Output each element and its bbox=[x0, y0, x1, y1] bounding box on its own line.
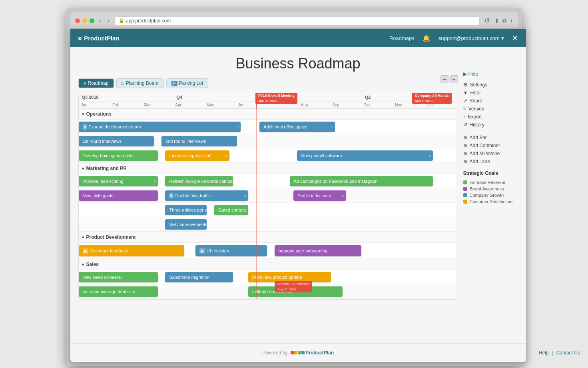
address-bar[interactable]: 🔒 app.productplan.com bbox=[114, 16, 480, 25]
month-may: May bbox=[204, 102, 236, 108]
ad-campaigns-bar[interactable]: Ad campaigns on Facebook and Instagram bbox=[290, 176, 433, 186]
add-lane-icon: ⊕ bbox=[463, 159, 467, 164]
goal-brand-dot bbox=[463, 187, 467, 191]
salesforce-label: Salesforce migration bbox=[169, 275, 209, 280]
allhands-milestone: Company All HandsNov 1, 2018 bbox=[412, 93, 452, 104]
forward-button[interactable]: › bbox=[106, 16, 111, 25]
avg-deal-label: Increase average deal size bbox=[83, 289, 135, 294]
style-guide-bar[interactable]: New style guide bbox=[79, 190, 158, 201]
zoom-out-button[interactable]: − bbox=[441, 75, 448, 83]
tab-roadmap-icon: ≡ bbox=[84, 80, 86, 86]
maximize-dot[interactable] bbox=[90, 18, 94, 23]
share-browser-button[interactable]: ⬆ bbox=[494, 18, 499, 24]
roadmaps-link[interactable]: Roadmaps bbox=[389, 35, 415, 41]
filter-item[interactable]: ▼ Filter bbox=[463, 89, 521, 97]
table-row: ▾ Expand development team ≡ Additional o… bbox=[79, 120, 456, 134]
bar-menu-icon: ≡ bbox=[225, 154, 228, 158]
goal-satisfaction: Customer Satisfaction bbox=[463, 198, 521, 205]
support-staff-bar[interactable]: Increase support staff ≡ bbox=[165, 150, 229, 161]
footer: Powered by ProductPlan Help | Contact Us bbox=[70, 343, 526, 362]
share-item[interactable]: ↗ Share bbox=[463, 97, 521, 105]
marketing-lane: ▾ Marketing and PR Improve lead scoring … bbox=[79, 163, 456, 232]
app-window: ≡ ProductPlan Roadmaps 🔔 support@product… bbox=[70, 29, 526, 362]
version-label: Version bbox=[468, 106, 484, 112]
add-tab-button[interactable]: + bbox=[510, 18, 513, 24]
brand-logo: ≡ ProductPlan bbox=[78, 35, 120, 42]
user-onboarding-bar[interactable]: Improve user onboarding bbox=[275, 245, 361, 256]
user-email: support@productplan.com bbox=[439, 35, 500, 41]
product-header[interactable]: ▾ Product Development bbox=[79, 232, 456, 243]
user-menu[interactable]: support@productplan.com ▾ bbox=[439, 35, 504, 41]
lead-scoring-bar[interactable]: Improve lead scoring ≡ bbox=[79, 176, 158, 186]
add-milestone-item[interactable]: ⊕ Add Milestone bbox=[463, 150, 521, 158]
lead-scoring-label: Improve lead scoring bbox=[83, 179, 124, 184]
payroll-bar[interactable]: New payroll software ≡ bbox=[297, 150, 433, 161]
blog-traffic-bar[interactable]: ▾ Double blog traffic ≡ bbox=[165, 190, 248, 201]
avg-deal-bar[interactable]: Increase average deal size bbox=[79, 286, 158, 297]
add-bar-icon: ⊕ bbox=[463, 135, 467, 140]
brand-color-blue bbox=[301, 351, 305, 354]
kickoff-milestone: FY18 Kickoff MeetingJun 30, 2018 bbox=[255, 93, 297, 104]
marketing-header[interactable]: ▾ Marketing and PR bbox=[79, 163, 456, 174]
three-articles-bar[interactable]: Three articles per week bbox=[165, 205, 207, 215]
gated-content-label: Gated content bbox=[218, 208, 246, 212]
reload-button[interactable]: ↺ bbox=[483, 16, 491, 25]
history-item[interactable]: ↺ History bbox=[463, 121, 521, 129]
add-bar-item[interactable]: ⊕ Add Bar bbox=[463, 134, 521, 142]
q3-label: Q3 2018 bbox=[79, 93, 173, 102]
three-articles-label: Three articles per week bbox=[169, 208, 207, 212]
expand-icon: ▶ bbox=[83, 248, 88, 254]
notification-bell[interactable]: 🔔 bbox=[423, 34, 431, 42]
goal-revenue-dot bbox=[463, 180, 467, 184]
filter-label: Filter bbox=[470, 90, 481, 96]
brand-color-green bbox=[298, 351, 301, 354]
minimize-dot[interactable] bbox=[82, 18, 87, 23]
table-row: New sales collateral Salesforce migratio… bbox=[79, 270, 456, 284]
operations-header[interactable]: ▾ Operations bbox=[79, 109, 456, 120]
add-container-label: Add Container bbox=[470, 143, 500, 148]
version-item[interactable]: ≡ Version bbox=[463, 105, 521, 113]
bar-menu-icon: ≡ bbox=[154, 179, 156, 184]
seo-bar[interactable]: SEO improvements bbox=[165, 219, 207, 230]
tab-parking-lot[interactable]: P Parking Lot bbox=[166, 78, 208, 88]
version-icon: ≡ bbox=[463, 106, 466, 112]
expand-dev-bar[interactable]: ▾ Expand development team ≡ bbox=[79, 122, 241, 132]
table-row: Improve lead scoring ≡ Refresh Google Ad… bbox=[79, 174, 456, 188]
add-container-item[interactable]: ⊕ Add Container bbox=[463, 142, 521, 150]
tab-roadmap[interactable]: ≡ Roadmap bbox=[78, 78, 114, 88]
close-button[interactable]: ✕ bbox=[512, 34, 518, 42]
right-panel: ▶ Hide ⚙ Settings ▼ Filter ↗ Share bbox=[463, 71, 521, 210]
export-item[interactable]: ↑ Export bbox=[463, 113, 521, 121]
marketing-label: Marketing and PR bbox=[86, 166, 127, 171]
add-bar-label: Add Bar bbox=[470, 135, 487, 140]
training-bar[interactable]: Develop training materials bbox=[79, 150, 158, 161]
customer-feedback-bar[interactable]: ▶ Customer feedback bbox=[79, 245, 184, 256]
first-round-bar[interactable]: 1st round interviews bbox=[79, 136, 154, 146]
tab-planning-board[interactable]: □ Planning Board bbox=[116, 78, 164, 88]
gated-content-bar[interactable]: Gated content bbox=[214, 205, 248, 215]
settings-icon: ⚙ bbox=[463, 82, 468, 88]
profile-inc-bar[interactable]: Profile in Inc.com ≡ bbox=[293, 190, 346, 201]
bar-menu-icon: ≡ bbox=[342, 194, 345, 198]
adwords-bar[interactable]: Refresh Google Adwords campaigns bbox=[165, 176, 233, 186]
second-round-bar[interactable]: 2nd round interviews bbox=[161, 136, 237, 146]
add-container-icon: ⊕ bbox=[463, 143, 467, 148]
new-window-button[interactable]: ⧉ bbox=[502, 17, 506, 24]
zoom-in-button[interactable]: + bbox=[450, 75, 458, 83]
brand-color-orange bbox=[294, 351, 297, 354]
top-nav: ≡ ProductPlan Roadmaps 🔔 support@product… bbox=[70, 29, 526, 47]
footer-brand-name: ProductPlan bbox=[305, 350, 334, 356]
sales-collateral-bar[interactable]: New sales collateral bbox=[79, 272, 158, 282]
hide-button[interactable]: ▶ Hide bbox=[463, 71, 521, 77]
tab-planning-icon: □ bbox=[122, 80, 124, 86]
settings-item[interactable]: ⚙ Settings bbox=[463, 81, 521, 89]
salesforce-bar[interactable]: Salesforce migration bbox=[165, 272, 233, 282]
close-dot[interactable] bbox=[75, 18, 80, 23]
additional-office-bar[interactable]: Additional office space ≡ bbox=[259, 122, 335, 132]
back-button[interactable]: ‹ bbox=[98, 16, 103, 25]
blog-traffic-label: Double blog traffic bbox=[175, 193, 210, 198]
add-lane-item[interactable]: ⊕ Add Lane bbox=[463, 158, 521, 166]
panel-tools: ⚙ Settings ▼ Filter ↗ Share ≡ Version bbox=[463, 81, 521, 129]
month-aug: Aug bbox=[299, 102, 330, 108]
sales-header[interactable]: ▾ Sales bbox=[79, 259, 456, 270]
